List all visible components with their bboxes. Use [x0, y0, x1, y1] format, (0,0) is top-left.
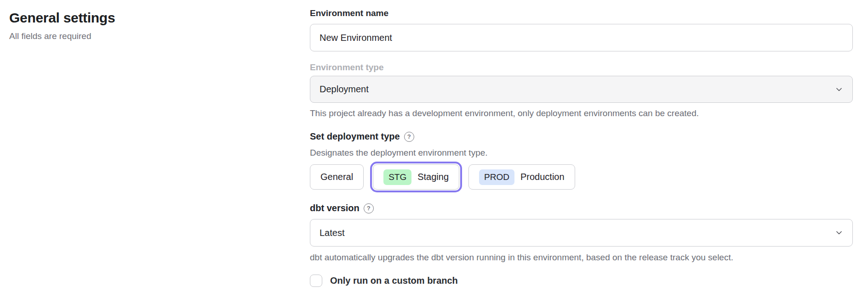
- environment-type-label: Environment type: [310, 62, 853, 73]
- deployment-type-option-label: General: [320, 172, 353, 182]
- environment-name-label: Environment name: [310, 7, 853, 19]
- production-badge: PROD: [479, 169, 514, 185]
- chevron-down-icon: [835, 229, 843, 237]
- dbt-version-heading-text: dbt version: [310, 202, 360, 214]
- page-header: General settings All fields are required: [9, 9, 267, 42]
- deployment-type-option-label: Production: [520, 172, 565, 182]
- help-question-icon[interactable]: ?: [404, 132, 414, 142]
- page-title: General settings: [9, 9, 267, 27]
- environment-type-select: Deployment: [310, 76, 853, 103]
- help-question-icon[interactable]: ?: [364, 203, 374, 213]
- deployment-type-heading-text: Set deployment type: [310, 130, 400, 143]
- dbt-version-heading: dbt version ?: [310, 202, 853, 214]
- environment-type-help: This project already has a development e…: [310, 107, 853, 119]
- dbt-version-help: dbt automatically upgrades the dbt versi…: [310, 252, 853, 264]
- environment-name-input[interactable]: [310, 24, 853, 51]
- custom-branch-label[interactable]: Only run on a custom branch: [330, 275, 458, 286]
- deployment-type-heading: Set deployment type ?: [310, 130, 853, 143]
- dbt-version-value: Latest: [320, 228, 344, 238]
- staging-badge: STG: [383, 169, 411, 185]
- deployment-type-option-general[interactable]: General: [310, 164, 364, 190]
- dbt-version-select[interactable]: Latest: [310, 219, 853, 247]
- deployment-type-description: Designates the deployment environment ty…: [310, 147, 853, 159]
- deployment-type-option-production[interactable]: PROD Production: [468, 164, 575, 190]
- custom-branch-checkbox[interactable]: [310, 275, 322, 287]
- environment-type-value: Deployment: [320, 84, 369, 95]
- page-subtitle: All fields are required: [9, 30, 267, 42]
- general-settings-form: Environment name Environment type Deploy…: [310, 0, 853, 287]
- custom-branch-row: Only run on a custom branch: [310, 275, 853, 287]
- deployment-type-option-label: Staging: [417, 172, 449, 182]
- deployment-type-option-staging[interactable]: STG Staging: [373, 164, 459, 190]
- deployment-type-options: General STG Staging PROD Production: [310, 164, 853, 190]
- chevron-down-icon: [835, 85, 843, 94]
